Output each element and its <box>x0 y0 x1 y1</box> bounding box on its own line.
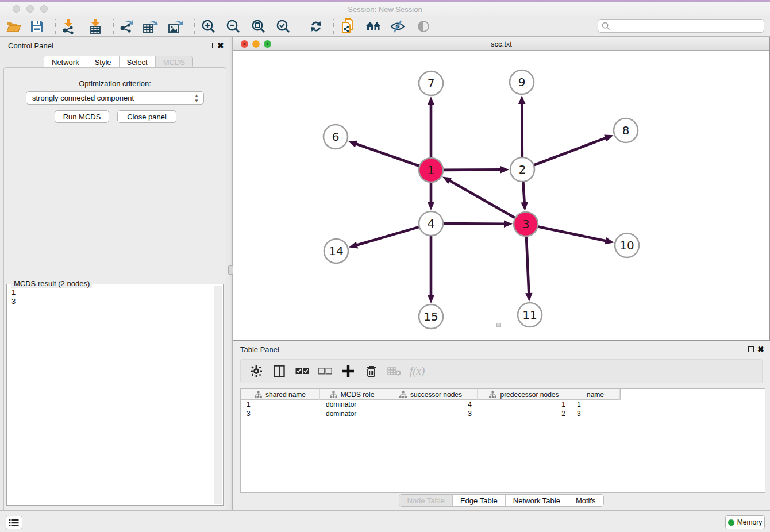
show-preview-button[interactable] <box>413 17 434 36</box>
column-header-label: predecessor nodes <box>500 391 559 399</box>
table-row[interactable]: 1dominator411 <box>241 400 765 409</box>
graph-arrowhead <box>504 221 513 228</box>
tab-mcds[interactable]: MCDS <box>156 56 192 68</box>
tab-network-table[interactable]: Network Table <box>506 495 568 506</box>
close-panel-icon[interactable]: ✖ <box>217 43 224 48</box>
zoom-out-icon <box>226 19 241 34</box>
graph-edge-3-10[interactable] <box>538 227 607 241</box>
graph-edge-2-9[interactable] <box>522 102 522 157</box>
add-column-button[interactable] <box>341 364 356 379</box>
zoom-selected-button[interactable] <box>273 17 294 36</box>
canvas-grip[interactable] <box>496 323 501 327</box>
column-header-name[interactable]: name <box>571 389 620 400</box>
table-row[interactable]: 3dominator323 <box>241 409 765 418</box>
column-header-predecessor-nodes[interactable]: predecessor nodes <box>478 389 571 400</box>
export-image-icon <box>168 19 184 34</box>
mcds-result-title: MCDS result (2 nodes) <box>11 279 92 288</box>
import-table-button[interactable] <box>85 17 106 36</box>
graph-arrowhead <box>604 135 613 142</box>
graph-edge-2-3[interactable] <box>523 182 524 204</box>
main-toolbar <box>0 16 770 37</box>
optimization-criterion-label: Optimization criterion: <box>4 79 226 88</box>
optimization-criterion-select[interactable]: strongly connected component ▲▼ <box>26 91 204 105</box>
search-input[interactable] <box>610 22 757 30</box>
hide-selected-button[interactable] <box>387 17 408 36</box>
run-mcds-button[interactable]: Run MCDS <box>55 110 109 123</box>
zoom-selected-icon <box>276 19 291 34</box>
column-header-successor-nodes[interactable]: successor nodes <box>384 389 478 400</box>
open-session-button[interactable] <box>3 17 24 36</box>
table-panel: Table Panel ✖ f(x) shared nameMCDS roles… <box>233 342 770 510</box>
mcds-result-box: MCDS result (2 nodes) 1 3 <box>6 284 224 506</box>
column-layout-button[interactable] <box>272 364 287 379</box>
refresh-view-button[interactable] <box>306 17 326 36</box>
delete-column-button[interactable] <box>364 364 379 379</box>
graph-edge-1-6[interactable] <box>355 144 419 166</box>
import-network-icon <box>61 19 75 34</box>
column-header-MCDS-role[interactable]: MCDS role <box>320 389 384 400</box>
list-icon <box>9 519 19 527</box>
network-graph-canvas[interactable]: 7968124314101511 <box>233 51 769 340</box>
close-table-panel-icon[interactable]: ✖ <box>757 346 764 352</box>
column-header-label: MCDS role <box>341 391 375 399</box>
tab-node-table[interactable]: Node Table <box>399 495 453 506</box>
table-toolbar: f(x) <box>240 359 763 383</box>
tab-motifs[interactable]: Motifs <box>568 495 603 506</box>
unselect-all-button[interactable] <box>318 364 333 379</box>
search-icon <box>602 22 610 30</box>
column-header-shared-name[interactable]: shared name <box>241 389 320 400</box>
memory-button[interactable]: Memory <box>725 515 765 529</box>
export-table-button[interactable] <box>140 17 161 36</box>
close-panel-button[interactable]: Close panel <box>117 110 176 123</box>
node-table[interactable]: shared nameMCDS rolesuccessor nodesprede… <box>240 388 765 493</box>
task-history-button[interactable] <box>6 516 22 529</box>
table-cell: 1 <box>571 400 620 408</box>
graph-edge-4-3[interactable] <box>444 223 506 224</box>
search-box <box>598 19 764 33</box>
select-all-button[interactable] <box>295 364 310 379</box>
toolbar-divider <box>333 19 334 34</box>
tab-network[interactable]: Network <box>44 56 87 68</box>
table-panel-title: Table Panel <box>240 345 279 354</box>
zoom-in-button[interactable] <box>198 17 219 36</box>
save-session-button[interactable] <box>26 17 47 36</box>
status-bar: Memory <box>0 510 770 532</box>
export-network-button[interactable] <box>116 17 137 36</box>
mcds-panel: Optimization criterion: strongly connect… <box>3 67 226 532</box>
toolbar-divider <box>55 19 56 34</box>
graph-arrowhead <box>525 293 532 302</box>
table-header-row: shared nameMCDS rolesuccessor nodesprede… <box>241 389 620 400</box>
function-builder-button[interactable]: f(x) <box>410 365 425 377</box>
graph-edge-4-14[interactable] <box>356 227 419 245</box>
table-cell: 4 <box>384 400 478 408</box>
zoom-out-button[interactable] <box>223 17 244 36</box>
mcds-result-lines: 1 3 <box>11 288 16 306</box>
tab-select[interactable]: Select <box>120 56 156 68</box>
tab-style[interactable]: Style <box>87 56 120 68</box>
table-cell: 3 <box>571 410 620 418</box>
control-panel: Control Panel ✖ Network Style Select MCD… <box>0 37 230 510</box>
graph-edge-3-11[interactable] <box>526 237 529 295</box>
export-image-button[interactable] <box>165 17 186 36</box>
delete-table-button[interactable] <box>387 364 402 379</box>
graph-node-label: 7 <box>428 76 435 90</box>
result-scrollbar-track[interactable] <box>214 286 222 504</box>
clone-network-button[interactable] <box>337 17 358 36</box>
memory-status-dot <box>728 519 734 526</box>
import-table-icon <box>88 19 102 34</box>
float-table-panel-icon[interactable] <box>748 346 754 352</box>
tab-edge-table[interactable]: Edge Table <box>453 495 506 506</box>
graph-node-label: 1 <box>428 163 435 177</box>
float-panel-icon[interactable] <box>207 43 213 48</box>
plus-icon <box>342 365 354 377</box>
graph-edge-1-2[interactable] <box>444 169 502 170</box>
zoom-fit-button[interactable] <box>248 17 269 36</box>
optimization-criterion-value: strongly connected component <box>32 94 134 102</box>
graph-arrowhead <box>521 202 528 211</box>
table-settings-button[interactable] <box>249 364 264 379</box>
graph-edge-2-8[interactable] <box>534 137 607 165</box>
go-home-button[interactable] <box>363 17 384 36</box>
graph-edge-3-1[interactable] <box>448 180 514 218</box>
import-network-button[interactable] <box>58 17 79 36</box>
delete-table-icon <box>387 367 401 376</box>
